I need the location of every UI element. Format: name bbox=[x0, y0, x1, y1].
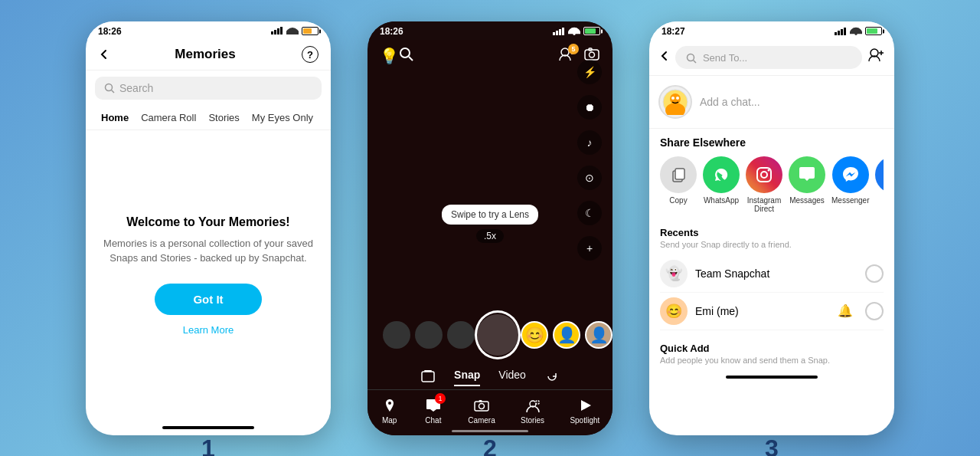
screen3-status-bar: 18:27 bbox=[649, 21, 894, 40]
screen2-frame: 18:26 💡 bbox=[368, 21, 612, 435]
bulb-icon[interactable]: 💡 bbox=[380, 47, 399, 65]
nav-stories[interactable]: Stories bbox=[521, 396, 544, 425]
recent-item-emi[interactable]: 😊 Emi (me) 🔔 bbox=[660, 293, 884, 330]
add-chat-avatar bbox=[658, 85, 692, 119]
memories-btn-small[interactable] bbox=[420, 369, 436, 386]
share-instagram[interactable]: InstagramDirect bbox=[746, 156, 782, 213]
svg-rect-9 bbox=[562, 28, 564, 35]
svg-point-47 bbox=[768, 169, 770, 171]
share-section: Share Elsewhere Copy WhatsApp bbox=[649, 129, 894, 221]
screen1-status-bar: 18:26 bbox=[86, 21, 331, 40]
tab-home[interactable]: Home bbox=[95, 109, 135, 126]
add-chat-area[interactable]: Add a chat... bbox=[649, 76, 894, 129]
wifi-icon-3 bbox=[850, 27, 862, 35]
nav-camera[interactable]: Camera bbox=[468, 396, 495, 425]
got-it-button[interactable]: Got It bbox=[155, 284, 261, 315]
lens-avatar-1[interactable]: 😊 bbox=[521, 321, 548, 349]
screen1-wrapper: 18:26 Memories bbox=[77, 21, 340, 435]
flash-icon[interactable]: ⚡ bbox=[577, 60, 602, 84]
add-chat-label: Add a chat... bbox=[700, 96, 760, 108]
recents-subtitle: Send your Snap directly to a friend. bbox=[660, 240, 884, 249]
memories-title: Memories bbox=[175, 47, 235, 62]
send-search-icon bbox=[686, 53, 697, 64]
lens-thumb-1[interactable] bbox=[383, 321, 410, 349]
send-header: Send To... bbox=[649, 40, 894, 76]
instagram-icon-circle bbox=[746, 156, 782, 193]
record-icon[interactable]: ⏺ bbox=[577, 95, 602, 120]
learn-more-link[interactable]: Learn More bbox=[183, 324, 234, 336]
camera-nav-icon bbox=[472, 396, 491, 415]
share-facebook[interactable]: Fac... bbox=[875, 156, 884, 213]
wifi-icon-2 bbox=[568, 27, 580, 35]
lens-avatar-3[interactable]: 👤 bbox=[585, 321, 612, 349]
welcome-title: Welcome to Your Memories! bbox=[126, 215, 289, 229]
share-messenger[interactable]: Messenger bbox=[831, 156, 869, 213]
camera-mode-bar: Snap Video bbox=[368, 366, 612, 389]
send-home-indicator bbox=[726, 376, 818, 379]
chat-icon: 1 bbox=[424, 396, 443, 415]
screen3-time: 18:27 bbox=[662, 26, 685, 37]
share-copy[interactable]: Copy bbox=[660, 156, 697, 213]
camera-side-buttons: ⚡ ⏺ ♪ ⊙ ☾ + bbox=[577, 60, 602, 261]
emi-check[interactable] bbox=[865, 302, 884, 320]
moon-icon[interactable]: ☾ bbox=[577, 201, 602, 225]
team-snapchat-check[interactable] bbox=[865, 264, 884, 283]
nav-map[interactable]: Map bbox=[381, 396, 399, 425]
camera-home-indicator bbox=[452, 430, 528, 432]
nav-spotlight[interactable]: Spotlight bbox=[570, 396, 599, 425]
svg-rect-19 bbox=[424, 370, 432, 372]
svg-marker-27 bbox=[581, 400, 591, 411]
tab-stories[interactable]: Stories bbox=[202, 109, 245, 126]
wifi-icon bbox=[286, 26, 299, 37]
back-icon[interactable] bbox=[98, 46, 109, 64]
mode-snap[interactable]: Snap bbox=[454, 369, 480, 386]
svg-rect-6 bbox=[553, 32, 555, 35]
svg-rect-31 bbox=[844, 28, 846, 35]
help-icon[interactable]: ? bbox=[302, 46, 318, 63]
team-snapchat-name: Team Snapchat bbox=[695, 267, 858, 280]
screen3-wrapper: 18:27 Send To... bbox=[640, 21, 903, 435]
map-icon bbox=[381, 396, 399, 415]
screen2-status-icons bbox=[553, 27, 600, 35]
capture-inner bbox=[477, 314, 518, 356]
mode-video[interactable]: Video bbox=[498, 369, 526, 386]
add-friend-send-icon[interactable] bbox=[868, 48, 885, 67]
tab-my-eyes-only[interactable]: My Eyes Only bbox=[246, 109, 319, 126]
battery-icon-3 bbox=[865, 27, 882, 35]
camera-search-icon[interactable] bbox=[399, 47, 414, 66]
recent-item-team-snapchat[interactable]: 👻 Team Snapchat bbox=[660, 255, 884, 293]
share-icons-row: Copy WhatsApp InstagramDirec bbox=[660, 156, 884, 213]
share-whatsapp[interactable]: WhatsApp bbox=[703, 156, 740, 213]
whatsapp-icon-circle bbox=[703, 156, 740, 193]
signal-icon bbox=[271, 26, 283, 37]
share-messages[interactable]: Messages bbox=[789, 156, 825, 213]
memories-tabs: Home Camera Roll Stories My Eyes Only bbox=[86, 106, 331, 130]
capture-button[interactable] bbox=[475, 310, 521, 359]
nav-stories-label: Stories bbox=[521, 416, 544, 425]
rotate-icon[interactable] bbox=[544, 369, 560, 386]
nav-chat[interactable]: 1 Chat bbox=[424, 396, 443, 425]
zoom-indicator: .5x bbox=[476, 229, 504, 243]
plus-icon[interactable]: + bbox=[577, 236, 602, 261]
svg-point-4 bbox=[106, 84, 113, 90]
lens-avatar-2[interactable]: 👤 bbox=[553, 321, 580, 349]
svg-point-40 bbox=[671, 97, 675, 100]
battery-icon bbox=[302, 27, 318, 35]
music-icon[interactable]: ♪ bbox=[577, 130, 602, 155]
memories-search-bar[interactable]: Search bbox=[95, 77, 322, 100]
lens-thumb-2[interactable] bbox=[415, 321, 443, 349]
send-search-input[interactable]: Send To... bbox=[675, 46, 862, 69]
whatsapp-label: WhatsApp bbox=[704, 196, 739, 205]
emi-name: Emi (me) bbox=[695, 305, 830, 317]
timer-icon[interactable]: ⊙ bbox=[577, 166, 602, 190]
recents-title: Recents bbox=[660, 227, 884, 238]
tab-camera-roll[interactable]: Camera Roll bbox=[135, 109, 202, 126]
camera-viewfinder: Swipe to try a Lens .5x bbox=[368, 73, 612, 304]
signal-icon-3 bbox=[835, 27, 847, 35]
recents-section: Recents Send your Snap directly to a fri… bbox=[649, 221, 894, 336]
back-icon-send[interactable] bbox=[658, 51, 669, 64]
svg-rect-3 bbox=[280, 27, 283, 34]
svg-rect-0 bbox=[271, 31, 273, 34]
lens-thumb-3[interactable] bbox=[447, 321, 475, 349]
screen2-time: 18:26 bbox=[380, 26, 403, 37]
